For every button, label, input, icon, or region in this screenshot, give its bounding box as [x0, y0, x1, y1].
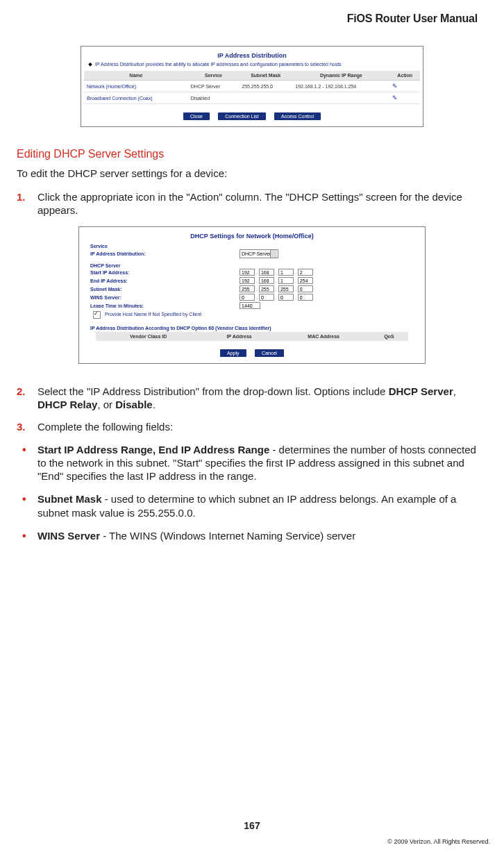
lease-input[interactable]: 1440: [240, 302, 260, 309]
ip-dist-panel: IP Address Distribution IP Address Distr…: [81, 46, 423, 127]
start-ip-4[interactable]: 2: [298, 269, 313, 276]
dhcp-settings-panel: DHCP Settings for Network (Home/Office) …: [78, 226, 426, 364]
access-control-button[interactable]: Access Control: [274, 112, 321, 120]
intro-text: To edit the DHCP server settings for a d…: [17, 167, 487, 181]
col-action: Action: [389, 71, 420, 81]
row-service: Disabled: [188, 92, 239, 104]
step-1-text: Click the appropriate icon in the "Actio…: [37, 191, 462, 216]
ip-dist-table: Name Service Subnet Mask Dynamic IP Rang…: [84, 71, 420, 104]
col-service: Service: [188, 71, 239, 81]
hostname-checkbox-row: Provide Host Name If Not Specified by Cl…: [82, 310, 422, 321]
bullet-text: - The WINS (Windows Internet Naming Serv…: [100, 530, 355, 542]
ip-dist-panel-desc: IP Address Distribution provides the abi…: [84, 62, 420, 71]
connection-list-button[interactable]: Connection List: [218, 112, 265, 120]
step-3: 3. Complete the following fields:: [17, 420, 487, 433]
wins-4[interactable]: 0: [298, 294, 313, 301]
apply-button[interactable]: Apply: [220, 349, 246, 357]
ip-dist-desc-text: IP Address Distribution provides the abi…: [95, 62, 342, 67]
end-ip-1[interactable]: 192: [240, 277, 255, 284]
wins-label: WINS Server:: [90, 295, 240, 300]
opt60-col-mac: MAC Address: [278, 332, 370, 341]
wins-2[interactable]: 0: [259, 294, 274, 301]
bullet-subnet-mask: Subnet Mask - used to determine to which…: [17, 492, 487, 519]
step-2-pre: Select the "IP Address Distribution" fro…: [37, 385, 389, 397]
row-name-link[interactable]: Network (Home/Office): [84, 81, 188, 92]
table-row: Broadband Connection (Coax) Disabled ✎: [84, 92, 420, 104]
opt60-col-vendor: Vendor Class ID: [96, 332, 201, 341]
step-2-b1: DHCP Server: [389, 385, 453, 397]
close-button[interactable]: Close: [183, 112, 210, 120]
edit-icon[interactable]: ✎: [392, 83, 398, 90]
start-ip-label: Start IP Address:: [90, 270, 240, 275]
end-ip-4[interactable]: 254: [298, 277, 313, 284]
step-number: 2.: [17, 385, 26, 398]
table-row: Network (Home/Office) DHCP Server 255.25…: [84, 81, 420, 92]
cancel-button[interactable]: Cancel: [255, 349, 284, 357]
mask-2[interactable]: 255: [259, 285, 274, 292]
opt60-col-qos: QoS: [370, 332, 409, 341]
bullet-start-end: Start IP Address Range, End IP Address R…: [17, 443, 487, 483]
ip-dist-label: IP Address Distribution:: [90, 251, 240, 256]
start-ip-2[interactable]: 168: [259, 269, 274, 276]
start-ip-3[interactable]: 1: [278, 269, 294, 276]
row-name-link[interactable]: Broadband Connection (Coax): [84, 92, 188, 104]
ip-dist-panel-title: IP Address Distribution: [84, 51, 420, 62]
bullet-wins-server: WINS Server - The WINS (Windows Internet…: [17, 529, 487, 542]
end-ip-2[interactable]: 168: [259, 277, 274, 284]
bullet-label: Start IP Address Range, End IP Address R…: [37, 444, 269, 456]
opt60-header: IP Address Distribution According to DHC…: [82, 321, 422, 332]
opt60-table: Vendor Class ID IP Address MAC Address Q…: [96, 332, 409, 341]
step-1: 1. Click the appropriate icon in the "Ac…: [17, 190, 487, 217]
mask-3[interactable]: 255: [278, 285, 294, 292]
mask-1[interactable]: 255: [240, 285, 255, 292]
row-action: ✎: [389, 81, 420, 92]
mask-label: Subnet Mask:: [90, 287, 240, 292]
wins-3[interactable]: 0: [278, 294, 294, 301]
hostname-checkbox[interactable]: [93, 311, 101, 319]
copyright: © 2009 Verizon. All Rights Reserved.: [387, 838, 490, 845]
mask-4[interactable]: 0: [298, 285, 313, 292]
step-number: 3.: [17, 420, 26, 433]
row-mask: [239, 92, 292, 104]
row-range: 192.168.1.2 - 192.168.1.254: [292, 81, 389, 92]
end-ip-label: End IP Address:: [90, 278, 240, 283]
edit-icon[interactable]: ✎: [392, 94, 398, 101]
row-action: ✎: [389, 92, 420, 104]
dhcp-panel-title: DHCP Settings for Network (Home/Office): [82, 231, 422, 242]
lease-label: Lease Time in Minutes:: [90, 303, 240, 308]
page-header-title: FiOS Router User Manual: [17, 12, 478, 25]
bullet-label: WINS Server: [37, 530, 100, 542]
row-mask: 255.255.255.0: [239, 81, 292, 92]
service-section-label: Service: [82, 242, 422, 249]
step-2-b2: DHCP Relay: [37, 399, 97, 410]
dhcp-server-section-label: DHCP Server: [82, 259, 422, 268]
step-2: 2. Select the "IP Address Distribution" …: [17, 385, 487, 411]
col-subnet: Subnet Mask: [239, 71, 292, 81]
step-number: 1.: [17, 190, 26, 203]
opt60-col-ip: IP Address: [201, 332, 278, 341]
bullet-label: Subnet Mask: [37, 493, 102, 505]
start-ip-1[interactable]: 192: [240, 269, 255, 276]
row-service: DHCP Server: [188, 81, 239, 92]
end-ip-3[interactable]: 1: [278, 277, 294, 284]
col-name: Name: [84, 71, 188, 81]
page-number: 167: [0, 820, 504, 831]
step-3-text: Complete the following fields:: [37, 421, 173, 433]
col-range: Dynamic IP Range: [292, 71, 389, 81]
svg-rect-0: [88, 62, 92, 67]
ip-dist-select[interactable]: DHCP Server: [240, 249, 278, 258]
diamond-icon: [88, 62, 92, 67]
wins-1[interactable]: 0: [240, 294, 255, 301]
step-2-b3: Disable: [115, 399, 152, 410]
section-heading: Editing DHCP Server Settings: [17, 148, 487, 160]
row-range: [292, 92, 389, 104]
hostname-checkbox-label: Provide Host Name If Not Specified by Cl…: [105, 312, 201, 317]
